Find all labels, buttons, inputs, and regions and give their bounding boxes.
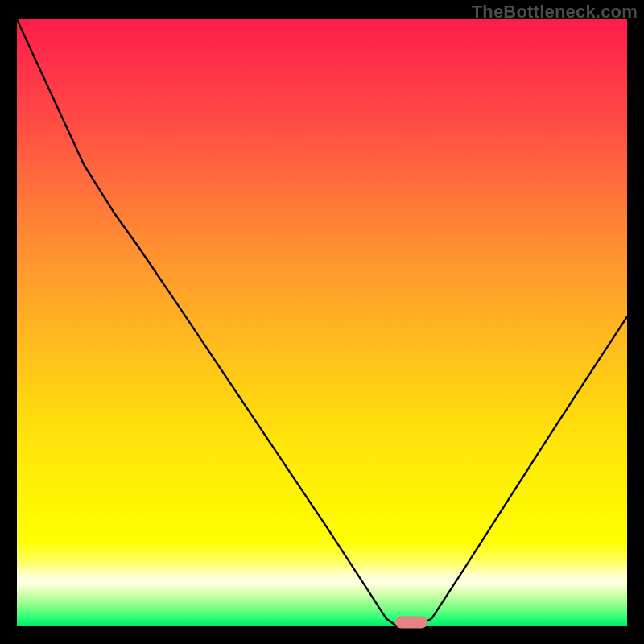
curve-line: [17, 19, 627, 625]
bottleneck-curve: [17, 19, 627, 626]
chart-frame: TheBottleneck.com: [0, 0, 644, 644]
plot-area: [17, 19, 627, 626]
optimal-marker: [395, 617, 427, 629]
watermark-text: TheBottleneck.com: [472, 2, 638, 23]
